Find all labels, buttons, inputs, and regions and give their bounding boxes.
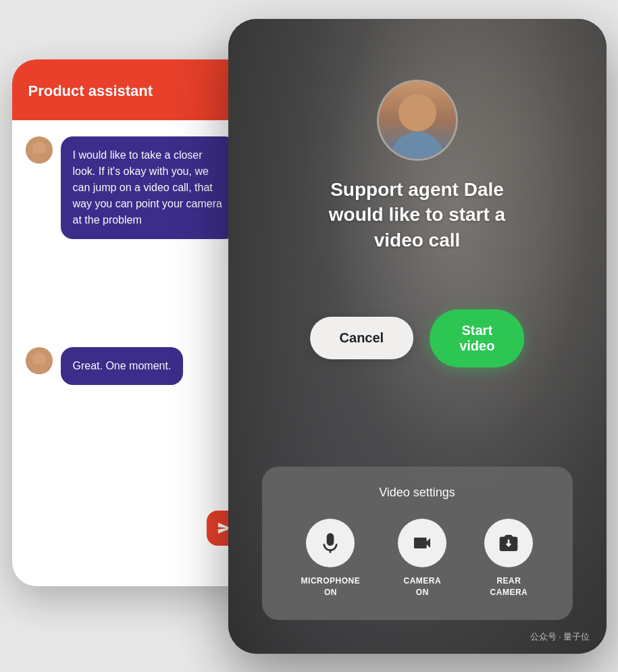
chat-header-title: Product assistant: [28, 82, 153, 100]
camera-icon: [411, 532, 433, 554]
video-phone: Support agent Dale would like to start a…: [228, 19, 607, 654]
agent-profile: Support agent Dale would like to start a…: [323, 80, 512, 253]
chat-bubble-1: I would like to take a closer look. If i…: [61, 136, 236, 239]
chat-body: I would like to take a closer look. If i…: [12, 120, 255, 401]
cancel-button[interactable]: Cancel: [310, 317, 414, 359]
agent-avatar-face: [379, 82, 456, 159]
camera-control[interactable]: CAMERAON: [398, 519, 446, 598]
watermark: 公众号 · 量子位: [530, 631, 590, 643]
agent-avatar-small-1: [26, 136, 53, 163]
agent-avatar-small-2: [26, 347, 53, 374]
microphone-control[interactable]: MICROPHONEON: [301, 519, 361, 598]
video-settings-panel: Video settings MICROPHONEON: [262, 467, 573, 620]
rear-camera-icon-circle: [484, 519, 533, 567]
settings-controls: MICROPHONEON CAMERAON: [282, 519, 552, 598]
start-video-button[interactable]: Start video: [430, 309, 524, 367]
chat-phone: Product assistant I would like to take a…: [12, 59, 255, 586]
settings-title: Video settings: [282, 486, 552, 500]
microphone-label: MICROPHONEON: [301, 575, 361, 598]
chat-message-1: I would like to take a closer look. If i…: [26, 136, 242, 239]
chat-header: Product assistant: [12, 59, 255, 120]
rear-camera-icon: [498, 532, 519, 554]
rear-camera-label: REARCAMERA: [490, 575, 528, 598]
microphone-icon-circle: [306, 519, 355, 567]
camera-icon-circle: [398, 519, 446, 567]
agent-avatar-large: [377, 80, 458, 161]
microphone-icon: [319, 532, 341, 554]
call-action-buttons: Cancel Start video: [310, 309, 525, 367]
camera-label: CAMERAON: [403, 575, 441, 598]
chat-message-2: Great. One moment.: [26, 347, 242, 385]
chat-bubble-2: Great. One moment.: [61, 347, 184, 385]
call-prompt-text: Support agent Dale would like to start a…: [323, 177, 512, 253]
rear-camera-control[interactable]: REARCAMERA: [484, 519, 533, 598]
